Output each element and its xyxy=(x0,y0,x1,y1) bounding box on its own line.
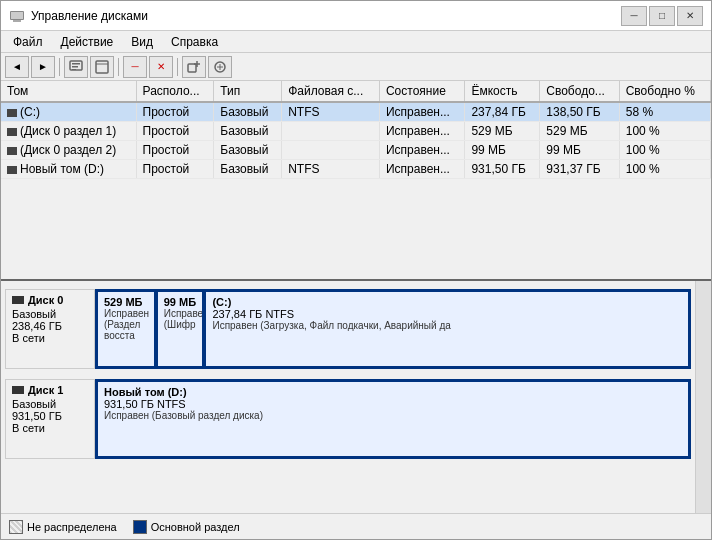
col-tom[interactable]: Том xyxy=(1,81,136,102)
minimize-button[interactable]: ─ xyxy=(621,6,647,26)
title-bar-left: Управление дисками xyxy=(9,8,148,24)
col-type[interactable]: Тип xyxy=(214,81,282,102)
menu-view[interactable]: Вид xyxy=(123,33,161,51)
disk-label-0: Диск 0 Базовый 238,46 ГБ В сети xyxy=(5,289,95,369)
legend: Не распределена Основной раздел xyxy=(1,513,711,539)
svg-rect-2 xyxy=(13,20,21,22)
col-location[interactable]: Располо... xyxy=(136,81,214,102)
vol-icon xyxy=(7,147,17,155)
partition-status: Исправен (Раздел восста xyxy=(104,308,148,341)
table-cell: (Диск 0 раздел 2) xyxy=(1,141,136,160)
rescan-button[interactable] xyxy=(90,56,114,78)
disk-partitions-1: Новый том (D:) 931,50 ГБ NTFS Исправен (… xyxy=(95,379,691,459)
table-cell: Базовый xyxy=(214,102,282,122)
table-cell: Простой xyxy=(136,160,214,179)
menu-help[interactable]: Справка xyxy=(163,33,226,51)
vol-icon xyxy=(7,128,17,136)
new-volume-button[interactable] xyxy=(182,56,206,78)
disk-name: Диск 0 xyxy=(28,294,63,306)
close-button[interactable]: ✕ xyxy=(677,6,703,26)
disk-size: 238,46 ГБ xyxy=(12,320,88,332)
table-cell: 237,84 ГБ xyxy=(465,102,540,122)
table-cell: Базовый xyxy=(214,141,282,160)
table-cell xyxy=(282,122,380,141)
disk-status: В сети xyxy=(12,332,88,344)
partition-fs: 237,84 ГБ NTFS xyxy=(212,308,682,320)
format-button[interactable] xyxy=(208,56,232,78)
partition-name: Новый том (D:) xyxy=(104,386,682,398)
table-row[interactable]: (Диск 0 раздел 1)ПростойБазовыйИсправен.… xyxy=(1,122,711,141)
partition-0-1[interactable]: 99 МБ Исправен (Шифр xyxy=(157,291,204,367)
table-cell: Простой xyxy=(136,141,214,160)
partition-name: 529 МБ xyxy=(104,296,148,308)
table-row[interactable]: (Диск 0 раздел 2)ПростойБазовыйИсправен.… xyxy=(1,141,711,160)
legend-unallocated: Не распределена xyxy=(9,520,117,534)
col-free-pct[interactable]: Свободно % xyxy=(619,81,710,102)
table-cell: 99 МБ xyxy=(540,141,619,160)
partition-status: Исправен (Базовый раздел диска) xyxy=(104,410,682,421)
table-cell: (C:) xyxy=(1,102,136,122)
menu-action[interactable]: Действие xyxy=(53,33,122,51)
disk-table-area: Том Располо... Тип Файловая с... Состоян… xyxy=(1,81,711,281)
table-cell: 529 МБ xyxy=(540,122,619,141)
table-row[interactable]: (C:)ПростойБазовыйNTFSИсправен...237,84 … xyxy=(1,102,711,122)
scrollbar[interactable] xyxy=(695,281,711,513)
table-cell: Исправен... xyxy=(379,160,465,179)
table-cell: 931,37 ГБ xyxy=(540,160,619,179)
disk-label-name: Диск 1 xyxy=(12,384,88,396)
table-cell: (Диск 0 раздел 1) xyxy=(1,122,136,141)
table-cell: Исправен... xyxy=(379,102,465,122)
disk-type: Базовый xyxy=(12,398,88,410)
table-cell: 931,50 ГБ xyxy=(465,160,540,179)
table-cell: Исправен... xyxy=(379,122,465,141)
disk-icon xyxy=(12,386,24,394)
table-cell: 138,50 ГБ xyxy=(540,102,619,122)
svg-rect-3 xyxy=(70,61,82,70)
table-cell: 100 % xyxy=(619,160,710,179)
legend-primary-icon xyxy=(133,520,147,534)
back-button[interactable]: ◄ xyxy=(5,56,29,78)
table-cell: 100 % xyxy=(619,141,710,160)
col-free[interactable]: Свободо... xyxy=(540,81,619,102)
svg-rect-9 xyxy=(188,64,196,72)
disk-name: Диск 1 xyxy=(28,384,63,396)
disk-status: В сети xyxy=(12,422,88,434)
properties-button[interactable] xyxy=(64,56,88,78)
toolbar-separator-1 xyxy=(59,58,60,76)
table-cell: Базовый xyxy=(214,122,282,141)
col-status[interactable]: Состояние xyxy=(379,81,465,102)
table-cell: 100 % xyxy=(619,122,710,141)
disk-visual-wrapper: Диск 0 Базовый 238,46 ГБ В сети 529 МБ И… xyxy=(1,281,711,513)
partition-0-0[interactable]: 529 МБ Исправен (Раздел восста xyxy=(97,291,155,367)
table-row[interactable]: Новый том (D:)ПростойБазовыйNTFSИсправен… xyxy=(1,160,711,179)
col-capacity[interactable]: Ёмкость xyxy=(465,81,540,102)
title-bar: Управление дисками ─ □ ✕ xyxy=(1,1,711,31)
delete2-button[interactable]: ✕ xyxy=(149,56,173,78)
svg-rect-1 xyxy=(11,12,23,19)
toolbar: ◄ ► ─ ✕ xyxy=(1,53,711,81)
delete-button[interactable]: ─ xyxy=(123,56,147,78)
partition-fs: 931,50 ГБ NTFS xyxy=(104,398,682,410)
disk-label-name: Диск 0 xyxy=(12,294,88,306)
partition-0-2[interactable]: (C:) 237,84 ГБ NTFS Исправен (Загрузка, … xyxy=(205,291,689,367)
main-window: Управление дисками ─ □ ✕ Файл Действие В… xyxy=(0,0,712,540)
toolbar-separator-3 xyxy=(177,58,178,76)
vol-icon xyxy=(7,166,17,174)
partition-status: Исправен (Шифр xyxy=(164,308,197,330)
col-fs[interactable]: Файловая с... xyxy=(282,81,380,102)
window-title: Управление дисками xyxy=(31,9,148,23)
partition-1-0[interactable]: Новый том (D:) 931,50 ГБ NTFS Исправен (… xyxy=(97,381,689,457)
window-controls: ─ □ ✕ xyxy=(621,6,703,26)
menu-file[interactable]: Файл xyxy=(5,33,51,51)
maximize-button[interactable]: □ xyxy=(649,6,675,26)
disk-row-0: Диск 0 Базовый 238,46 ГБ В сети 529 МБ И… xyxy=(5,289,691,369)
svg-rect-5 xyxy=(72,66,78,68)
forward-button[interactable]: ► xyxy=(31,56,55,78)
menu-bar: Файл Действие Вид Справка xyxy=(1,31,711,53)
disk-partitions-0: 529 МБ Исправен (Раздел восста 99 МБ Исп… xyxy=(95,289,691,369)
table-cell xyxy=(282,141,380,160)
table-cell: NTFS xyxy=(282,160,380,179)
table-cell: Простой xyxy=(136,102,214,122)
disk-icon xyxy=(12,296,24,304)
svg-rect-4 xyxy=(72,63,80,65)
